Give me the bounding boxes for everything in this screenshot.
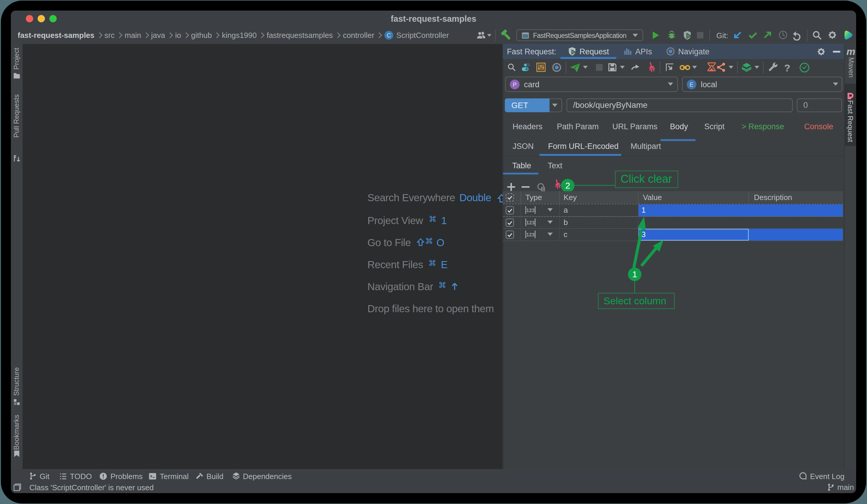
svg-text:P: P (513, 81, 517, 88)
svg-text:123: 123 (526, 208, 535, 213)
svg-text:123: 123 (526, 232, 535, 238)
svg-text:C: C (387, 32, 391, 39)
svg-text:123: 123 (526, 220, 535, 226)
svg-text:E: E (689, 81, 693, 88)
